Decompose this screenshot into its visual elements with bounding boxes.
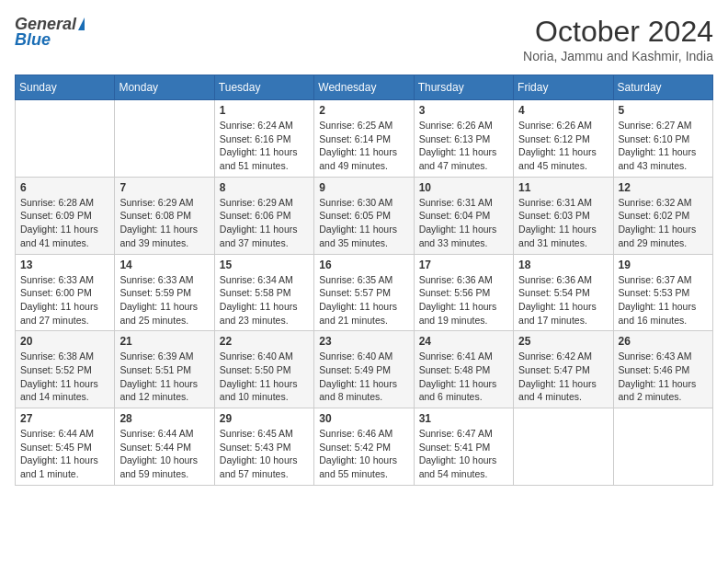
calendar-cell: [16, 100, 115, 178]
day-number: 17: [419, 259, 508, 271]
cell-info: Sunrise: 6:39 AMSunset: 5:51 PMDaylight:…: [119, 350, 209, 404]
day-number: 1: [220, 104, 309, 117]
calendar-cell: 2Sunrise: 6:25 AMSunset: 6:14 PMDaylight…: [314, 100, 414, 178]
calendar-cell: 6Sunrise: 6:28 AMSunset: 6:09 PMDaylight…: [16, 177, 115, 254]
calendar-week-row: 13Sunrise: 6:33 AMSunset: 6:00 PMDayligh…: [16, 254, 713, 331]
day-header-monday: Monday: [115, 75, 214, 100]
logo-icon: [78, 17, 85, 30]
day-number: 31: [419, 412, 508, 425]
logo-blue-text: Blue: [15, 30, 51, 50]
cell-info: Sunrise: 6:46 AMSunset: 5:42 PMDaylight:…: [319, 427, 408, 481]
calendar-cell: 14Sunrise: 6:33 AMSunset: 5:59 PMDayligh…: [115, 254, 214, 331]
day-number: 16: [319, 259, 408, 271]
cell-info: Sunrise: 6:38 AMSunset: 5:52 PMDaylight:…: [20, 350, 109, 404]
cell-info: Sunrise: 6:33 AMSunset: 5:59 PMDaylight:…: [119, 273, 209, 327]
day-number: 22: [220, 335, 309, 348]
calendar-cell: 26Sunrise: 6:43 AMSunset: 5:46 PMDayligh…: [613, 331, 712, 408]
calendar-cell: [514, 408, 613, 486]
cell-info: Sunrise: 6:34 AMSunset: 5:58 PMDaylight:…: [220, 273, 309, 327]
calendar-cell: 1Sunrise: 6:24 AMSunset: 6:16 PMDaylight…: [214, 100, 313, 178]
cell-info: Sunrise: 6:31 AMSunset: 6:03 PMDaylight:…: [518, 196, 608, 250]
calendar-cell: 16Sunrise: 6:35 AMSunset: 5:57 PMDayligh…: [314, 254, 414, 331]
calendar-cell: 12Sunrise: 6:32 AMSunset: 6:02 PMDayligh…: [613, 177, 712, 254]
calendar-cell: 5Sunrise: 6:27 AMSunset: 6:10 PMDaylight…: [613, 100, 712, 178]
cell-info: Sunrise: 6:41 AMSunset: 5:48 PMDaylight:…: [419, 350, 508, 404]
calendar-cell: 22Sunrise: 6:40 AMSunset: 5:50 PMDayligh…: [214, 331, 313, 408]
logo: General Blue: [15, 15, 85, 50]
day-number: 15: [220, 259, 309, 271]
day-number: 5: [619, 104, 708, 117]
day-header-wednesday: Wednesday: [314, 75, 414, 100]
day-number: 7: [119, 181, 209, 194]
cell-info: Sunrise: 6:30 AMSunset: 6:05 PMDaylight:…: [319, 196, 408, 250]
location: Noria, Jammu and Kashmir, India: [523, 49, 713, 63]
cell-info: Sunrise: 6:31 AMSunset: 6:04 PMDaylight:…: [419, 196, 508, 250]
title-block: October 2024 Noria, Jammu and Kashmir, I…: [523, 15, 713, 63]
calendar-cell: 21Sunrise: 6:39 AMSunset: 5:51 PMDayligh…: [115, 331, 214, 408]
calendar-cell: 7Sunrise: 6:29 AMSunset: 6:08 PMDaylight…: [115, 177, 214, 254]
cell-info: Sunrise: 6:35 AMSunset: 5:57 PMDaylight:…: [319, 273, 408, 327]
month-title: October 2024: [523, 15, 713, 49]
day-number: 8: [220, 181, 309, 194]
day-number: 3: [419, 104, 508, 117]
calendar-week-row: 1Sunrise: 6:24 AMSunset: 6:16 PMDaylight…: [16, 100, 713, 178]
calendar-cell: 20Sunrise: 6:38 AMSunset: 5:52 PMDayligh…: [16, 331, 115, 408]
day-number: 30: [319, 412, 408, 425]
cell-info: Sunrise: 6:26 AMSunset: 6:13 PMDaylight:…: [419, 119, 508, 173]
cell-info: Sunrise: 6:28 AMSunset: 6:09 PMDaylight:…: [20, 196, 109, 250]
calendar-cell: 10Sunrise: 6:31 AMSunset: 6:04 PMDayligh…: [414, 177, 513, 254]
day-number: 25: [518, 335, 608, 348]
day-number: 26: [619, 335, 708, 348]
calendar-cell: 23Sunrise: 6:40 AMSunset: 5:49 PMDayligh…: [314, 331, 414, 408]
calendar-cell: 24Sunrise: 6:41 AMSunset: 5:48 PMDayligh…: [414, 331, 513, 408]
cell-info: Sunrise: 6:24 AMSunset: 6:16 PMDaylight:…: [220, 119, 309, 173]
calendar-cell: 29Sunrise: 6:45 AMSunset: 5:43 PMDayligh…: [214, 408, 313, 486]
calendar-cell: 13Sunrise: 6:33 AMSunset: 6:00 PMDayligh…: [16, 254, 115, 331]
calendar-cell: 18Sunrise: 6:36 AMSunset: 5:54 PMDayligh…: [514, 254, 613, 331]
cell-info: Sunrise: 6:47 AMSunset: 5:41 PMDaylight:…: [419, 427, 508, 481]
calendar-cell: 15Sunrise: 6:34 AMSunset: 5:58 PMDayligh…: [214, 254, 313, 331]
day-number: 4: [518, 104, 608, 117]
day-number: 11: [518, 181, 608, 194]
calendar-week-row: 27Sunrise: 6:44 AMSunset: 5:45 PMDayligh…: [16, 408, 713, 486]
calendar-cell: 9Sunrise: 6:30 AMSunset: 6:05 PMDaylight…: [314, 177, 414, 254]
calendar-cell: 19Sunrise: 6:37 AMSunset: 5:53 PMDayligh…: [613, 254, 712, 331]
day-number: 20: [20, 335, 109, 348]
cell-info: Sunrise: 6:36 AMSunset: 5:56 PMDaylight:…: [419, 273, 508, 327]
day-header-tuesday: Tuesday: [214, 75, 313, 100]
cell-info: Sunrise: 6:40 AMSunset: 5:49 PMDaylight:…: [319, 350, 408, 404]
calendar-cell: 30Sunrise: 6:46 AMSunset: 5:42 PMDayligh…: [314, 408, 414, 486]
day-header-thursday: Thursday: [414, 75, 513, 100]
calendar-cell: 3Sunrise: 6:26 AMSunset: 6:13 PMDaylight…: [414, 100, 513, 178]
calendar-cell: 31Sunrise: 6:47 AMSunset: 5:41 PMDayligh…: [414, 408, 513, 486]
calendar-header-row: SundayMondayTuesdayWednesdayThursdayFrid…: [16, 75, 713, 100]
day-number: 23: [319, 335, 408, 348]
cell-info: Sunrise: 6:26 AMSunset: 6:12 PMDaylight:…: [518, 119, 608, 173]
calendar-cell: [115, 100, 214, 178]
day-number: 13: [20, 259, 109, 271]
day-number: 19: [619, 259, 708, 271]
day-number: 9: [319, 181, 408, 194]
calendar-cell: 11Sunrise: 6:31 AMSunset: 6:03 PMDayligh…: [514, 177, 613, 254]
calendar-cell: 17Sunrise: 6:36 AMSunset: 5:56 PMDayligh…: [414, 254, 513, 331]
cell-info: Sunrise: 6:40 AMSunset: 5:50 PMDaylight:…: [220, 350, 309, 404]
cell-info: Sunrise: 6:44 AMSunset: 5:45 PMDaylight:…: [20, 427, 109, 481]
day-number: 14: [119, 259, 209, 271]
cell-info: Sunrise: 6:33 AMSunset: 6:00 PMDaylight:…: [20, 273, 109, 327]
day-number: 27: [20, 412, 109, 425]
calendar-week-row: 6Sunrise: 6:28 AMSunset: 6:09 PMDaylight…: [16, 177, 713, 254]
cell-info: Sunrise: 6:29 AMSunset: 6:06 PMDaylight:…: [220, 196, 309, 250]
cell-info: Sunrise: 6:25 AMSunset: 6:14 PMDaylight:…: [319, 119, 408, 173]
cell-info: Sunrise: 6:27 AMSunset: 6:10 PMDaylight:…: [619, 119, 708, 173]
cell-info: Sunrise: 6:45 AMSunset: 5:43 PMDaylight:…: [220, 427, 309, 481]
day-header-saturday: Saturday: [613, 75, 712, 100]
day-number: 12: [619, 181, 708, 194]
day-number: 2: [319, 104, 408, 117]
calendar-cell: 4Sunrise: 6:26 AMSunset: 6:12 PMDaylight…: [514, 100, 613, 178]
day-number: 10: [419, 181, 508, 194]
cell-info: Sunrise: 6:44 AMSunset: 5:44 PMDaylight:…: [119, 427, 209, 481]
page-header: General Blue October 2024 Noria, Jammu a…: [15, 15, 713, 63]
calendar-table: SundayMondayTuesdayWednesdayThursdayFrid…: [15, 75, 713, 486]
cell-info: Sunrise: 6:43 AMSunset: 5:46 PMDaylight:…: [619, 350, 708, 404]
day-number: 28: [119, 412, 209, 425]
